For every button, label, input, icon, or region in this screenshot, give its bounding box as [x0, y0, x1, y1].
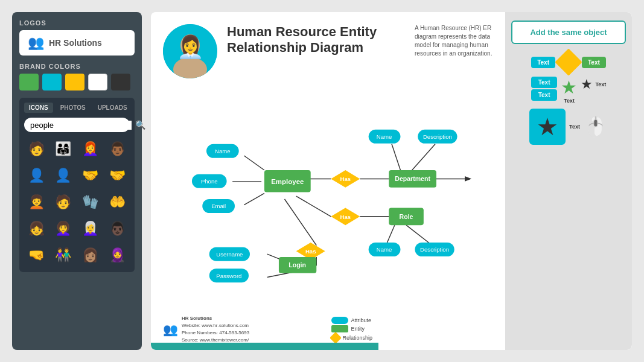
- svg-text:Role: Role: [400, 213, 413, 220]
- big-star-icon: ★: [537, 113, 558, 141]
- footer-text: HR Solutions Website: www.hr-solutions.c…: [182, 315, 249, 344]
- obj-row-3: ★ Text 🖱️: [511, 109, 626, 145]
- diagram-footer: 👥 HR Solutions Website: www.hr-solutions…: [163, 315, 372, 344]
- footer-logo-icon: 👥: [163, 322, 178, 337]
- main-canvas: 👩‍💼 Human Resource Entity Relationship D…: [151, 12, 632, 350]
- icon-15[interactable]: 👩‍🦳: [78, 217, 103, 241]
- svg-text:Employee: Employee: [271, 178, 304, 185]
- icon-2[interactable]: 👨‍👩‍👧: [51, 137, 75, 161]
- icon-14[interactable]: 👩‍🦱: [51, 217, 75, 241]
- logo-text: HR Solutions: [49, 38, 102, 48]
- obj-big-star-bg[interactable]: ★: [529, 109, 566, 145]
- obj-star-text[interactable]: ★ Text: [561, 77, 577, 104]
- icon-8[interactable]: 🤝: [105, 164, 129, 188]
- icon-18[interactable]: 👫: [51, 243, 75, 267]
- swatch-dark[interactable]: [111, 74, 130, 91]
- footer-logo: 👥 HR Solutions Website: www.hr-solutions…: [163, 315, 249, 344]
- svg-text:Username: Username: [216, 251, 243, 258]
- icon-12[interactable]: 🤲: [105, 190, 129, 214]
- obj-text-block[interactable]: Text: [569, 124, 580, 130]
- header-photo-svg: 👩‍💼: [163, 24, 217, 78]
- small-star-icon: ★: [581, 77, 593, 92]
- icon-4[interactable]: 👨🏾: [105, 137, 129, 161]
- svg-text:Has: Has: [340, 176, 351, 182]
- svg-text:Description: Description: [420, 246, 449, 253]
- svg-text:Has: Has: [305, 248, 316, 255]
- svg-text:Name: Name: [377, 133, 392, 140]
- panel-tabs: ICONS PHOTOS UPLOADS: [24, 103, 130, 113]
- svg-line-11: [386, 225, 394, 246]
- tab-icons[interactable]: ICONS: [24, 103, 53, 113]
- tab-photos[interactable]: PHOTOS: [56, 103, 91, 113]
- left-panel: LOGOS 👥 HR Solutions BRAND COLORS ICONS …: [12, 12, 142, 350]
- tab-uploads[interactable]: UPLOADS: [93, 103, 132, 113]
- brand-colors-section: BRAND COLORS: [19, 63, 135, 91]
- footer-source: Source: www.themixtower.com/: [182, 337, 249, 343]
- cursor-icon: 🖱️: [584, 115, 608, 138]
- icon-7[interactable]: 🤝: [78, 164, 103, 188]
- add-same-object-button[interactable]: Add the same object: [511, 21, 626, 44]
- icon-17[interactable]: 🤜: [24, 243, 48, 267]
- header-photo: 👩‍💼: [163, 24, 217, 78]
- icon-9[interactable]: 🧑‍🦱: [24, 190, 48, 214]
- svg-line-6: [392, 144, 400, 170]
- chip-star-label: Text: [595, 81, 606, 87]
- header-title-block: Human Resource Entity Relationship Diagr…: [227, 24, 405, 59]
- obj-chip-1[interactable]: Text: [531, 57, 555, 68]
- svg-text:Name: Name: [215, 148, 231, 154]
- icon-11[interactable]: 🧤: [78, 190, 103, 214]
- obj-cursor[interactable]: 🖱️: [584, 115, 608, 138]
- legend-attribute-color: [331, 317, 348, 324]
- obj-text-stack[interactable]: Text Text: [531, 77, 558, 101]
- svg-line-9: [296, 196, 331, 217]
- svg-text:Name: Name: [377, 246, 392, 253]
- logo-box: 👥 HR Solutions: [19, 30, 135, 56]
- diagram-header: 👩‍💼 Human Resource Entity Relationship D…: [163, 24, 493, 78]
- legend-relationship-diamond: [330, 332, 342, 344]
- icon-13[interactable]: 👧: [24, 217, 48, 241]
- legend-relationship: Relationship: [331, 334, 372, 342]
- color-swatches: [19, 74, 135, 91]
- svg-line-15: [244, 156, 264, 170]
- obj-row-1: Text Text: [511, 52, 626, 72]
- icon-10[interactable]: 🧑: [51, 190, 75, 214]
- search-icon[interactable]: 🔍: [135, 120, 145, 130]
- swatch-cyan[interactable]: [42, 74, 62, 91]
- legend-entity-label: Entity: [351, 326, 365, 332]
- people-icon: 👥: [28, 35, 44, 51]
- icon-3[interactable]: 👩‍🦰: [78, 137, 103, 161]
- swatch-green[interactable]: [19, 74, 39, 91]
- legend-entity: Entity: [331, 325, 372, 332]
- obj-row-2: Text Text ★ Text ★ Text: [511, 77, 626, 104]
- footer-phone: Phone Numbers: 474-593-5693: [182, 330, 249, 335]
- svg-text:Password: Password: [216, 273, 241, 279]
- search-box: 🔍: [24, 118, 130, 132]
- obj-chip-star[interactable]: ★ Text: [581, 77, 606, 92]
- svg-text:👩‍💼: 👩‍💼: [177, 34, 204, 60]
- legend-entity-color: [331, 325, 348, 332]
- diagram-area: 👩‍💼 Human Resource Entity Relationship D…: [151, 12, 505, 350]
- legend: Attribute Entity Relationship: [331, 317, 372, 342]
- svg-text:Has: Has: [340, 214, 351, 220]
- icon-19[interactable]: 👩🏽: [78, 243, 103, 267]
- svg-line-13: [285, 199, 317, 246]
- icon-20[interactable]: 🧕: [105, 243, 129, 267]
- swatch-white[interactable]: [88, 74, 107, 91]
- icon-6[interactable]: 👤: [51, 164, 75, 188]
- footer-website: Website: www.hr-solutions.com: [182, 323, 249, 328]
- svg-line-17: [244, 193, 264, 205]
- legend-relationship-label: Relationship: [342, 335, 372, 341]
- diagram-title: Human Resource Entity Relationship Diagr…: [227, 24, 405, 56]
- icon-16[interactable]: 👨🏿: [105, 217, 129, 241]
- svg-text:Login: Login: [289, 261, 306, 268]
- svg-text:Department: Department: [395, 175, 430, 182]
- svg-text:Phone: Phone: [201, 178, 218, 185]
- right-panel: Add the same object Text Text Text Text …: [505, 12, 632, 350]
- search-input[interactable]: [30, 121, 132, 130]
- icon-5[interactable]: 👤: [24, 164, 48, 188]
- obj-diamond-1[interactable]: [555, 48, 582, 75]
- swatch-yellow[interactable]: [65, 74, 84, 91]
- bottom-bar: [151, 343, 378, 350]
- icon-1[interactable]: 🧑: [24, 137, 48, 161]
- obj-chip-2[interactable]: Text: [582, 57, 606, 68]
